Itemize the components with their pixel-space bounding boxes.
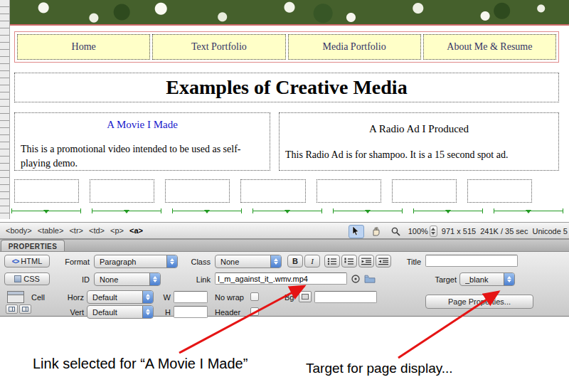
header-photo[interactable] (10, 0, 569, 26)
id-dropdown[interactable]: None (94, 272, 161, 286)
nav-item-media-portfolio[interactable]: Media Portfolio (288, 34, 421, 60)
merge-cells-button[interactable] (6, 304, 18, 314)
width-bar-menu-arrow[interactable] (284, 210, 290, 213)
tag-p[interactable]: <p> (110, 226, 124, 235)
width-bar-menu-arrow[interactable] (526, 210, 531, 213)
unordered-list-button[interactable] (324, 255, 340, 267)
table-width-bar[interactable] (413, 207, 483, 215)
width-bar-menu-arrow[interactable] (365, 210, 371, 213)
cursor-arrow-icon (352, 226, 360, 236)
css-panel-icon (14, 275, 21, 282)
movie-cell[interactable]: A Movie I Made This is a promotional vid… (14, 112, 270, 171)
html-mode-label: HTML (21, 257, 42, 265)
header-checkbox[interactable] (250, 307, 259, 316)
select-tool-button[interactable] (349, 225, 364, 238)
no-wrap-checkbox[interactable] (250, 292, 259, 301)
target-value: _blank (465, 275, 504, 284)
movie-link[interactable]: A Movie I Made (21, 119, 264, 131)
tag-body[interactable]: <body> (6, 226, 32, 235)
width-bar-menu-arrow[interactable] (445, 210, 451, 213)
format-value: Paragraph (100, 258, 166, 266)
bg-color-input[interactable] (314, 291, 377, 303)
width-bar-menu-arrow[interactable] (204, 210, 210, 213)
zoom-stepper[interactable] (430, 226, 437, 237)
empty-table-cell[interactable] (165, 179, 230, 203)
indent-button[interactable] (376, 255, 391, 267)
browse-file-button[interactable] (364, 274, 376, 283)
class-dropdown[interactable]: None (215, 255, 282, 268)
nav-item-about[interactable]: About Me & Resume (423, 34, 556, 60)
bold-button[interactable]: B (287, 255, 303, 267)
outdent-icon (361, 258, 371, 265)
width-bar-tick (321, 208, 322, 213)
table-width-bar[interactable] (494, 207, 563, 215)
html-mode-button[interactable]: <> HTML (4, 255, 50, 267)
tag-td[interactable]: <td> (89, 226, 105, 235)
empty-table-cell[interactable] (467, 179, 532, 203)
empty-table-cell[interactable] (317, 179, 381, 203)
width-bar-tick (80, 208, 81, 213)
title-input[interactable] (425, 255, 518, 267)
radio-cell[interactable]: A Radio Ad I Produced This Radio Ad is f… (279, 112, 559, 171)
movie-description[interactable]: This is a promotional video intended to … (21, 142, 264, 171)
page-properties-button[interactable]: Page Properties... (425, 295, 533, 309)
page-title[interactable]: Examples of Creative Media (14, 73, 559, 102)
empty-table-cell[interactable] (14, 179, 79, 203)
css-mode-label: CSS (23, 275, 40, 283)
width-bar-menu-arrow[interactable] (124, 210, 129, 213)
width-bar-tick (494, 208, 494, 213)
bg-label: Bg (284, 293, 294, 302)
width-bar-tick (11, 208, 12, 213)
table-width-bar[interactable] (172, 207, 242, 215)
zoom-level-control[interactable]: 100% (408, 226, 437, 237)
cell-height-input[interactable] (174, 306, 208, 318)
width-bar-tick (241, 208, 242, 213)
cell-width-input[interactable] (174, 291, 208, 303)
chevron-updown-icon (270, 255, 281, 267)
point-to-file-button[interactable] (351, 274, 361, 284)
format-label: Format (55, 258, 90, 266)
empty-table-cell[interactable] (240, 179, 305, 203)
nav-item-home[interactable]: Home (17, 34, 150, 60)
format-dropdown[interactable]: Paragraph (94, 255, 178, 268)
properties-tab[interactable]: PROPERTIES (1, 240, 65, 252)
tag-table[interactable]: <table> (38, 226, 64, 235)
no-wrap-label: No wrap (215, 293, 244, 302)
tag-tr[interactable]: <tr> (69, 226, 83, 235)
window-size-indicator[interactable]: 971 x 515 (442, 227, 476, 235)
nav-table: Home Text Portfolio Media Portfolio Abou… (14, 31, 559, 63)
chevron-updown-icon (504, 273, 514, 285)
css-mode-button[interactable]: CSS (4, 272, 50, 285)
width-bar-tick (333, 208, 334, 213)
id-value: None (100, 275, 149, 284)
zoom-tool-button[interactable] (388, 225, 404, 238)
radio-description[interactable]: This Radio Ad is for shampoo. It is a 15… (285, 148, 553, 162)
table-width-bar[interactable] (252, 207, 322, 215)
split-cell-button[interactable] (19, 304, 31, 314)
italic-button[interactable]: I (304, 255, 320, 267)
empty-table-cell[interactable] (90, 179, 154, 203)
nav-item-text-portfolio[interactable]: Text Portfolio (152, 34, 285, 60)
table-width-bar[interactable] (11, 207, 81, 215)
horz-label: Horz (55, 293, 84, 302)
width-bar-menu-arrow[interactable] (43, 210, 49, 213)
hand-tool-button[interactable] (368, 225, 384, 238)
tag-a[interactable]: <a> (129, 226, 143, 235)
outdent-button[interactable] (358, 255, 374, 267)
radio-heading[interactable]: A Radio Ad I Produced (285, 123, 553, 135)
ordered-list-button[interactable] (341, 255, 357, 267)
target-annotation-text: Target for page display... (306, 361, 453, 376)
vert-dropdown[interactable]: Default (87, 305, 154, 319)
properties-panel: <> HTML Format Paragraph Class None B I … (0, 251, 569, 317)
table-width-bar[interactable] (333, 207, 403, 215)
table-width-bar[interactable] (92, 207, 161, 215)
width-bar-tick (252, 208, 253, 213)
empty-table-cell[interactable] (392, 179, 457, 203)
width-bar-tick (402, 208, 403, 213)
target-dropdown[interactable]: _blank (459, 272, 515, 286)
link-input[interactable] (215, 272, 347, 285)
horz-dropdown[interactable]: Default (87, 290, 154, 304)
height-label: H (161, 308, 171, 317)
chevron-updown-icon (142, 306, 153, 318)
bg-color-swatch[interactable] (299, 291, 312, 302)
